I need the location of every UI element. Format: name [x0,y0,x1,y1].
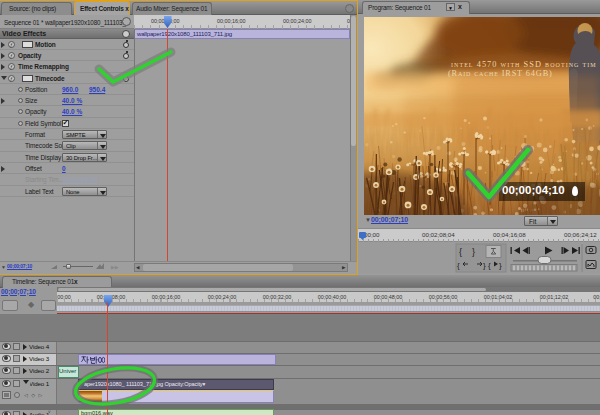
svg-text:{: { [457,261,460,270]
svg-text:}: } [472,247,475,257]
svg-text:}: } [483,261,486,270]
svg-text:{: { [488,261,491,270]
svg-text:{: { [459,247,462,257]
svg-text:}: } [499,261,502,270]
